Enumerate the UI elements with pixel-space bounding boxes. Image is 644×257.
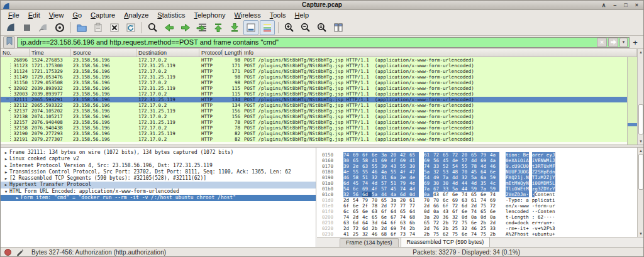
- hex-byte[interactable]: 0a: [424, 192, 433, 197]
- menu-tools[interactable]: Tools: [265, 11, 291, 19]
- hex-byte[interactable]: 2b: [409, 226, 419, 231]
- hex-byte[interactable]: 32: [433, 169, 443, 175]
- hex-byte[interactable]: 74: [400, 186, 409, 192]
- hex-byte[interactable]: 6c: [443, 197, 452, 203]
- detail-row[interactable]: ▶[2 Reassembled TCP Segments (590 bytes)…: [1, 175, 316, 182]
- column-header-no[interactable]: No.: [1, 49, 30, 57]
- hex-byte[interactable]: 31: [381, 175, 391, 180]
- ascii-char[interactable]: N: [526, 175, 529, 180]
- ascii-char[interactable]: a: [526, 197, 529, 203]
- hex-byte[interactable]: 75: [480, 231, 490, 237]
- hex-byte[interactable]: 67: [391, 214, 400, 220]
- hex-byte[interactable]: 39: [381, 163, 391, 169]
- packet-row[interactable]: 311491729.05347623.158.56.196172.31.25.1…: [1, 74, 627, 80]
- hex-byte[interactable]: 5a: [424, 169, 433, 175]
- hex-byte[interactable]: 6f: [391, 220, 400, 226]
- ascii-char[interactable]: r: [552, 203, 555, 209]
- menu-edit[interactable]: Edit: [24, 11, 45, 19]
- hex-byte[interactable]: 70: [372, 197, 381, 203]
- column-header-length[interactable]: Length: [223, 49, 242, 57]
- hex-byte[interactable]: 69: [362, 186, 372, 192]
- hex-byte[interactable]: 70: [433, 197, 443, 203]
- hex-byte[interactable]: 5a: [372, 192, 381, 197]
- hex-byte[interactable]: 4a: [490, 152, 499, 158]
- hex-byte[interactable]: 68: [409, 214, 419, 220]
- save-file-icon[interactable]: [91, 20, 106, 35]
- hex-byte[interactable]: 5a: [471, 175, 480, 180]
- hex-byte[interactable]: 6e: [381, 214, 391, 220]
- hex-byte[interactable]: 3a: [381, 152, 391, 158]
- hex-byte[interactable]: 4d: [452, 180, 462, 186]
- hex-byte[interactable]: 74: [462, 192, 471, 197]
- hex-byte[interactable]: 55: [362, 169, 372, 175]
- hex-byte[interactable]: 0d: [424, 209, 433, 214]
- hex-byte[interactable]: 75: [452, 231, 462, 237]
- hex-byte[interactable]: 6e: [462, 231, 471, 237]
- hex-byte[interactable]: 72: [452, 203, 462, 209]
- hex-byte[interactable]: 0d: [409, 192, 419, 197]
- hex-byte[interactable]: 55: [353, 169, 362, 175]
- menu-capture[interactable]: Capture: [86, 11, 119, 19]
- hex-byte[interactable]: 4d: [372, 180, 381, 186]
- hex-byte[interactable]: 2d: [381, 226, 391, 231]
- column-header-source[interactable]: Source: [71, 49, 136, 57]
- hex-byte[interactable]: 6e: [362, 209, 372, 214]
- hex-byte[interactable]: 4c: [362, 214, 372, 220]
- hex-byte[interactable]: 0d: [462, 214, 471, 220]
- hex-byte[interactable]: 74: [400, 226, 409, 231]
- hex-byte[interactable]: 46: [372, 231, 381, 237]
- go-back-icon[interactable]: [162, 20, 177, 35]
- hex-byte[interactable]: 41: [343, 231, 353, 237]
- title-bar[interactable]: Capture.pcap ∧ – □ ×: [1, 1, 643, 10]
- hex-byte[interactable]: 4f: [372, 186, 381, 192]
- detail-row[interactable]: ▼HTML Form URL Encoded: application/x-ww…: [1, 189, 316, 195]
- hex-byte[interactable]: 65: [353, 209, 362, 214]
- hex-byte[interactable]: 79: [480, 152, 490, 158]
- expand-icon[interactable]: ▶: [3, 175, 9, 182]
- byte-view-tab[interactable]: Frame (134 bytes): [340, 238, 399, 247]
- open-file-icon[interactable]: [74, 20, 89, 35]
- hex-byte[interactable]: 33: [490, 226, 499, 231]
- hex-byte[interactable]: 74: [343, 214, 353, 220]
- hex-byte[interactable]: 55: [462, 163, 471, 169]
- detail-row[interactable]: ▶Form item: "cmd" = "docker run --rm -it…: [1, 195, 316, 201]
- ascii-char[interactable]: J: [552, 152, 555, 158]
- hex-byte[interactable]: 74: [362, 180, 372, 186]
- hex-byte[interactable]: 76: [433, 226, 443, 231]
- expert-info-icon[interactable]: [4, 249, 11, 256]
- go-forward-icon[interactable]: [178, 20, 193, 35]
- hex-byte[interactable]: 61: [471, 197, 480, 203]
- packet-row[interactable]: 311501729.05350823.158.56.196172.17.0.2H…: [1, 80, 627, 85]
- hex-byte[interactable]: 6d: [343, 180, 353, 186]
- hex-byte[interactable]: 3a: [391, 197, 400, 203]
- hex-byte[interactable]: 74: [471, 209, 480, 214]
- hex-byte[interactable]: 54: [343, 186, 353, 192]
- ascii-char[interactable]: 0: [526, 163, 529, 169]
- menu-help[interactable]: Help: [290, 11, 313, 19]
- close-window-icon[interactable]: ×: [635, 1, 638, 9]
- hex-byte[interactable]: 47: [409, 169, 419, 175]
- hex-byte[interactable]: 7a: [480, 186, 490, 192]
- hex-byte[interactable]: 32: [462, 175, 471, 180]
- shade-window-icon[interactable]: ∧: [602, 1, 606, 9]
- hex-byte[interactable]: 2d: [424, 203, 433, 209]
- ascii-char[interactable]: -: [552, 220, 555, 226]
- hex-byte[interactable]: 0a: [471, 214, 480, 220]
- hex-byte[interactable]: 73: [400, 231, 409, 237]
- hex-byte[interactable]: 2b: [443, 220, 452, 226]
- hex-byte[interactable]: 6e: [480, 192, 490, 197]
- hex-byte[interactable]: 54: [452, 163, 462, 169]
- expand-icon[interactable]: ▶: [3, 150, 9, 156]
- hex-byte[interactable]: 75: [462, 220, 471, 226]
- hex-byte[interactable]: 57: [381, 180, 391, 186]
- hex-byte[interactable]: 48: [452, 169, 462, 175]
- hex-byte[interactable]: 4d: [471, 180, 480, 186]
- hex-byte[interactable]: 69: [480, 158, 490, 163]
- hex-byte[interactable]: 59: [471, 186, 480, 192]
- hex-byte[interactable]: 77: [409, 203, 419, 209]
- hex-byte[interactable]: 69: [391, 226, 400, 231]
- hex-byte[interactable]: 46: [471, 226, 480, 231]
- maximize-window-icon[interactable]: □: [624, 1, 627, 9]
- menu-wireless[interactable]: Wireless: [230, 11, 265, 19]
- add-filter-button[interactable]: +: [630, 38, 641, 47]
